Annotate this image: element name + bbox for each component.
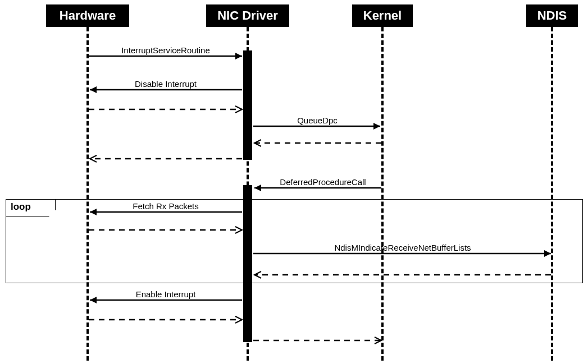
msg-isr: InterruptServiceRoutine bbox=[121, 45, 210, 55]
activation-nic-isr bbox=[243, 50, 252, 160]
participant-hardware-label: Hardware bbox=[60, 8, 116, 23]
lifeline-ndis bbox=[551, 27, 553, 361]
lifeline-hardware bbox=[86, 27, 89, 361]
loop-label: loop bbox=[11, 201, 31, 212]
participant-ndis-label: NDIS bbox=[537, 8, 567, 23]
participant-hardware: Hardware bbox=[46, 4, 129, 27]
participant-kernel-label: Kernel bbox=[363, 8, 402, 23]
loop-tag: loop bbox=[6, 200, 56, 216]
participant-nic-driver-label: NIC Driver bbox=[217, 8, 278, 23]
msg-ndis-indicate: NdisMIndicateReceiveNetBufferLists bbox=[334, 243, 471, 252]
participant-ndis: NDIS bbox=[526, 4, 578, 27]
participant-kernel: Kernel bbox=[352, 4, 413, 27]
loop-fragment: loop bbox=[6, 199, 583, 283]
msg-dpc: DeferredProcedureCall bbox=[280, 177, 366, 187]
msg-disable-interrupt: Disable Interrupt bbox=[135, 79, 197, 89]
msg-fetch-rx: Fetch Rx Packets bbox=[133, 201, 199, 211]
msg-queue-dpc: QueueDpc bbox=[297, 116, 338, 125]
lifeline-kernel bbox=[381, 27, 384, 361]
msg-enable-interrupt: Enable Interrupt bbox=[136, 289, 196, 299]
participant-nic-driver: NIC Driver bbox=[206, 4, 289, 27]
